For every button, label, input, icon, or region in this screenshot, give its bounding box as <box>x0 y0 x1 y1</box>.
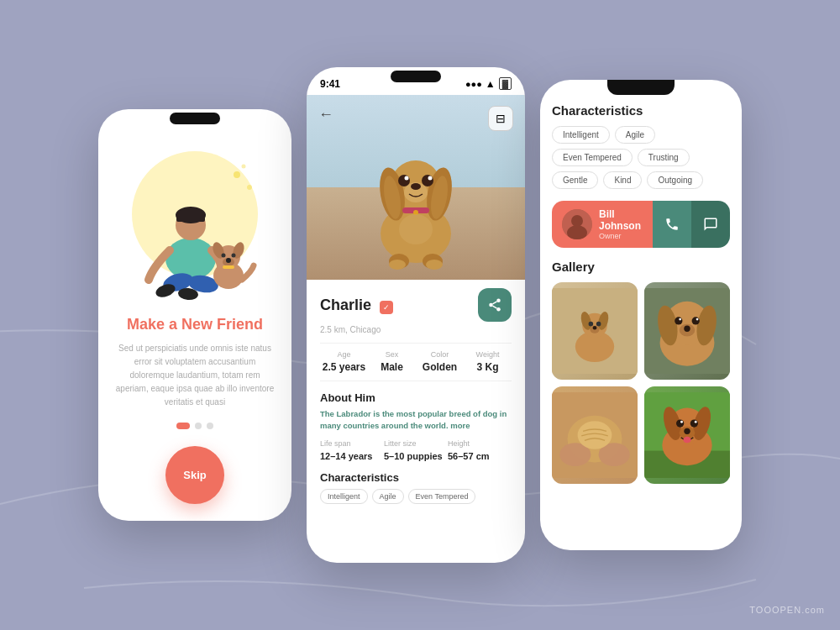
svg-point-80 <box>690 419 698 427</box>
svg-point-65 <box>696 318 699 321</box>
phone-2: 9:41 ●●● ▲ ▓ <box>307 67 525 563</box>
svg-rect-6 <box>176 215 205 222</box>
svg-point-79 <box>676 419 684 427</box>
tag-trusting: Trusting <box>638 149 690 166</box>
svg-point-41 <box>489 303 493 307</box>
share-button[interactable] <box>478 288 512 322</box>
detail-lifespan: Life span 12–14 years <box>320 439 384 463</box>
detail-height-value: 56–57 cm <box>448 451 490 461</box>
svg-point-18 <box>232 254 236 258</box>
tag-even-tempered: Even Tempered <box>408 489 476 504</box>
phone-icon <box>664 217 680 232</box>
share-icon <box>487 297 502 312</box>
svg-point-54 <box>596 322 601 327</box>
stat-color: Color Golden <box>416 350 464 374</box>
svg-point-1 <box>247 185 252 190</box>
status-icons: ●●● ▲ ▓ <box>465 77 512 90</box>
gallery-item-4 <box>644 386 730 484</box>
tag-intelligent-3: Intelligent <box>552 126 610 144</box>
battery-icon: ▓ <box>499 77 512 90</box>
stat-sex-value: Male <box>381 361 403 373</box>
svg-point-85 <box>683 437 690 443</box>
illustration-area <box>115 143 275 307</box>
gallery-img-3 <box>552 386 638 484</box>
gallery-img-1 <box>552 282 638 380</box>
stat-weight-label: Weight <box>464 350 512 359</box>
gallery-item-2 <box>644 282 730 380</box>
char-tags-2: Intelligent Agile Even Tempered <box>320 489 512 504</box>
svg-point-3 <box>165 238 216 280</box>
notch-1 <box>149 109 241 128</box>
charlie-name-group: Charlie ✓ <box>320 297 393 314</box>
stat-age-label: Age <box>320 350 368 359</box>
watermark: TOOOPEN.com <box>749 605 825 615</box>
svg-point-0 <box>234 171 240 178</box>
stat-sex-label: Sex <box>368 350 416 359</box>
detail-litter: Litter size 5–10 puppies <box>384 439 448 463</box>
tag-agile-3: Agile <box>615 126 655 144</box>
svg-line-43 <box>492 306 496 308</box>
message-icon <box>703 217 718 232</box>
gallery-title: Gallery <box>552 260 730 274</box>
owner-card: Bill Johnson Owner <box>552 201 730 248</box>
signal-icon: ●●● <box>465 79 482 89</box>
detail-litter-label: Litter size <box>384 439 448 448</box>
owner-name: Bill Johnson <box>599 208 643 232</box>
svg-point-62 <box>675 317 682 324</box>
about-title: About Him <box>320 391 512 404</box>
svg-point-2 <box>242 165 246 169</box>
svg-line-44 <box>492 302 496 304</box>
message-button[interactable] <box>691 201 730 248</box>
stat-color-value: Golden <box>423 361 457 373</box>
stats-row: Age 2.5 years Sex Male Color Golden Weig… <box>320 343 512 381</box>
svg-point-28 <box>411 183 421 190</box>
svg-point-37 <box>389 260 406 270</box>
gallery-item-3 <box>552 386 638 484</box>
notch-3 <box>607 80 675 95</box>
detail-height-label: Height <box>448 439 512 448</box>
svg-point-39 <box>399 214 433 244</box>
dot-3 <box>207 423 213 429</box>
tag-even-tempered-3: Even Tempered <box>552 149 633 166</box>
about-text: The Labrador is the most popular breed o… <box>320 408 512 433</box>
gallery-item-1 <box>552 282 638 380</box>
status-time: 9:41 <box>320 78 340 90</box>
owner-avatar-img <box>562 209 592 239</box>
bookmark-button[interactable]: ⊟ <box>488 106 513 131</box>
dot-1 <box>176 423 190 429</box>
about-text-content: The Labrador is the most popular breed o… <box>320 409 507 430</box>
details-row: Life span 12–14 years Litter size 5–10 p… <box>320 439 512 463</box>
notch-inner-2 <box>391 71 441 82</box>
back-button[interactable]: ← <box>318 106 333 123</box>
stat-sex: Sex Male <box>368 350 416 374</box>
svg-point-16 <box>226 258 231 263</box>
pagination-dots <box>176 423 213 429</box>
call-button[interactable] <box>653 201 691 248</box>
more-link[interactable]: more <box>450 421 470 430</box>
svg-point-56 <box>593 326 597 330</box>
charlie-header-row: Charlie ✓ <box>320 288 512 322</box>
svg-point-63 <box>692 317 700 324</box>
wifi-icon: ▲ <box>486 78 496 90</box>
svg-point-67 <box>684 326 690 332</box>
owner-text: Bill Johnson Owner <box>599 208 643 240</box>
skip-button[interactable]: Skip <box>165 446 224 504</box>
stat-weight-value: 3 Kg <box>476 361 498 373</box>
svg-point-82 <box>695 421 697 423</box>
notch-2 <box>370 67 462 86</box>
owner-avatar <box>562 209 592 239</box>
detail-lifespan-value: 12–14 years <box>320 451 372 461</box>
svg-point-81 <box>680 421 683 423</box>
char-section-title: Characteristics <box>552 103 730 118</box>
svg-point-17 <box>222 254 226 258</box>
svg-point-84 <box>684 428 690 434</box>
person-dog-illustration <box>128 150 262 301</box>
tag-intelligent: Intelligent <box>320 489 368 504</box>
gallery-img-2 <box>644 282 730 380</box>
notch-inner-1 <box>170 113 220 124</box>
detail-height: Height 56–57 cm <box>448 439 512 463</box>
gallery-img-4 <box>644 386 730 484</box>
svg-point-53 <box>589 322 594 327</box>
stat-color-label: Color <box>416 350 464 359</box>
svg-point-46 <box>571 215 583 227</box>
